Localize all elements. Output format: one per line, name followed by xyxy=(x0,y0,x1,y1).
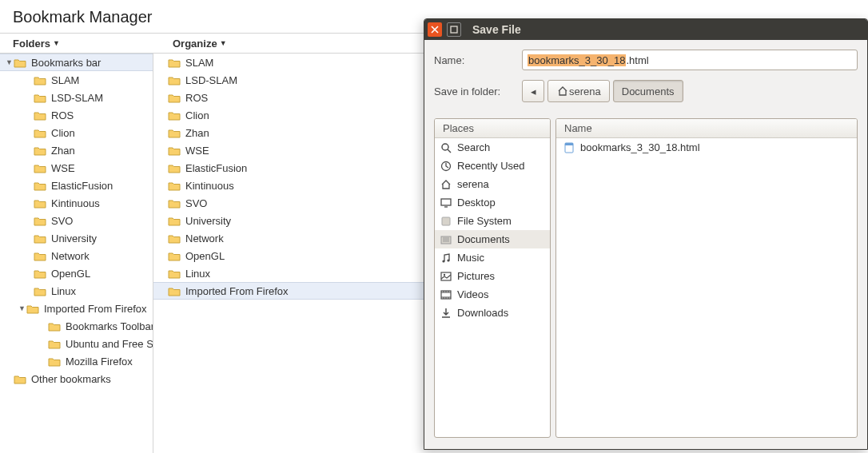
folder-icon xyxy=(168,93,181,103)
file-icon xyxy=(563,142,575,153)
folder-icon xyxy=(34,110,46,121)
place-item-music[interactable]: Music xyxy=(435,248,550,267)
tree-item[interactable]: Bookmarks Toolbar xyxy=(0,317,153,335)
expander-icon[interactable]: ▼ xyxy=(18,304,26,312)
tree-item[interactable]: ROS xyxy=(0,106,153,124)
folder-icon xyxy=(34,181,46,191)
list-item-label: OpenGL xyxy=(185,250,225,262)
place-item-file-system[interactable]: File System xyxy=(435,212,550,230)
path-segment-home[interactable]: serena xyxy=(547,80,610,102)
tree-item-label: SVO xyxy=(51,215,73,227)
home-icon xyxy=(440,179,452,190)
tree-item[interactable]: OpenGL xyxy=(0,264,153,282)
svg-rect-4 xyxy=(442,217,450,225)
tree-item[interactable]: Zhan xyxy=(0,141,153,159)
tree-item-label: ElasticFusion xyxy=(51,180,113,192)
disk-icon xyxy=(440,216,452,227)
folder-icon xyxy=(34,251,46,261)
folders-menu[interactable]: Folders ▼ xyxy=(0,38,153,50)
tree-item-label: Kintinuous xyxy=(51,197,100,209)
list-item-label: LSD-SLAM xyxy=(185,74,237,86)
place-item-search[interactable]: Search xyxy=(435,138,550,157)
tree-item[interactable]: Clion xyxy=(0,124,153,141)
music-icon xyxy=(440,252,452,264)
tree-item[interactable]: Kintinuous xyxy=(0,194,153,212)
dialog-titlebar[interactable]: Save File xyxy=(424,19,867,40)
folder-icon xyxy=(168,251,181,261)
pictures-icon xyxy=(440,271,452,282)
list-item-label: Zhan xyxy=(185,127,209,139)
place-item-pictures[interactable]: Pictures xyxy=(435,267,550,285)
file-item[interactable]: bookmarks_3_30_18.html xyxy=(556,138,857,157)
tree-item-imported[interactable]: ▼ Imported From Firefox xyxy=(0,300,153,317)
expander-icon[interactable]: ▼ xyxy=(5,58,14,66)
path-back-button[interactable]: ◂ xyxy=(522,80,544,102)
folder-icon xyxy=(34,198,46,209)
tree-item[interactable]: University xyxy=(0,229,153,247)
places-panel: Places SearchRecently UsedserenaDesktopF… xyxy=(434,118,551,438)
files-panel: Name bookmarks_3_30_18.html xyxy=(555,118,858,438)
place-item-downloads[interactable]: Downloads xyxy=(435,304,550,322)
video-icon xyxy=(440,289,452,300)
filename-selection: bookmarks_3_30_18 xyxy=(528,54,626,66)
place-item-label: serena xyxy=(457,178,489,190)
list-item-label: Network xyxy=(185,232,224,244)
svg-point-6 xyxy=(442,260,444,262)
folder-icon xyxy=(168,233,181,244)
svg-rect-12 xyxy=(565,143,573,145)
list-item-label: ElasticFusion xyxy=(185,162,247,174)
list-item-label: SVO xyxy=(185,197,207,209)
tree-item[interactable]: Network xyxy=(0,247,153,264)
tree-item[interactable]: Ubuntu and Free Soft xyxy=(0,335,153,352)
download-icon xyxy=(440,308,452,319)
tree-item[interactable]: SVO xyxy=(0,212,153,229)
tree-item-other-bookmarks[interactable]: Other bookmarks xyxy=(0,370,153,387)
path-segment-current[interactable]: Documents xyxy=(613,80,683,102)
folder-icon xyxy=(34,145,46,156)
place-item-label: Downloads xyxy=(457,307,508,319)
tree-item[interactable]: WSE xyxy=(0,159,153,177)
tree-item[interactable]: ElasticFusion xyxy=(0,177,153,194)
folder-icon xyxy=(440,234,452,245)
chevron-down-icon: ▼ xyxy=(220,39,227,47)
close-button[interactable] xyxy=(428,22,442,37)
filename-input[interactable]: bookmarks_3_30_18.html xyxy=(522,50,858,70)
folder-icon xyxy=(168,58,181,68)
tree-item-label: OpenGL xyxy=(51,268,90,280)
tree-item[interactable]: SLAM xyxy=(0,71,153,89)
place-item-label: File System xyxy=(457,215,512,227)
tree-item-label: Imported From Firefox xyxy=(44,303,147,315)
organize-menu-label: Organize xyxy=(173,38,217,50)
folder-icon xyxy=(34,268,46,279)
folders-tree: ▼ Bookmarks bar SLAMLSD-SLAMROSClionZhan… xyxy=(0,54,153,453)
place-item-label: Videos xyxy=(457,288,489,300)
place-item-label: Pictures xyxy=(457,270,495,282)
folder-icon xyxy=(34,286,46,296)
place-item-desktop[interactable]: Desktop xyxy=(435,193,550,212)
tree-item[interactable]: Mozilla Firefox xyxy=(0,352,153,370)
tree-item-label: Bookmarks Toolbar xyxy=(66,320,153,332)
folder-icon xyxy=(34,93,46,103)
tree-item-label: Zhan xyxy=(51,145,75,157)
home-icon xyxy=(556,85,569,97)
desktop-icon xyxy=(440,197,452,209)
folder-icon xyxy=(34,163,46,173)
tree-item-label: Network xyxy=(51,250,90,262)
tree-item-label: WSE xyxy=(51,162,75,174)
tree-item[interactable]: LSD-SLAM xyxy=(0,89,153,106)
place-item-videos[interactable]: Videos xyxy=(435,285,550,304)
tree-item[interactable]: Linux xyxy=(0,282,153,300)
place-item-documents[interactable]: Documents xyxy=(435,230,550,248)
svg-rect-0 xyxy=(451,26,457,33)
organize-menu[interactable]: Organize ▼ xyxy=(153,38,307,50)
folder-icon xyxy=(34,216,46,226)
folder-icon xyxy=(14,374,26,384)
svg-point-7 xyxy=(447,259,449,261)
folder-icon xyxy=(168,181,181,191)
tree-item-bookmarks-bar[interactable]: ▼ Bookmarks bar xyxy=(0,54,153,71)
place-item-recently-used[interactable]: Recently Used xyxy=(435,157,550,175)
tree-item-label: University xyxy=(51,232,97,244)
place-item-serena[interactable]: serena xyxy=(435,175,550,193)
files-header[interactable]: Name xyxy=(556,119,857,138)
maximize-button[interactable] xyxy=(447,22,461,37)
